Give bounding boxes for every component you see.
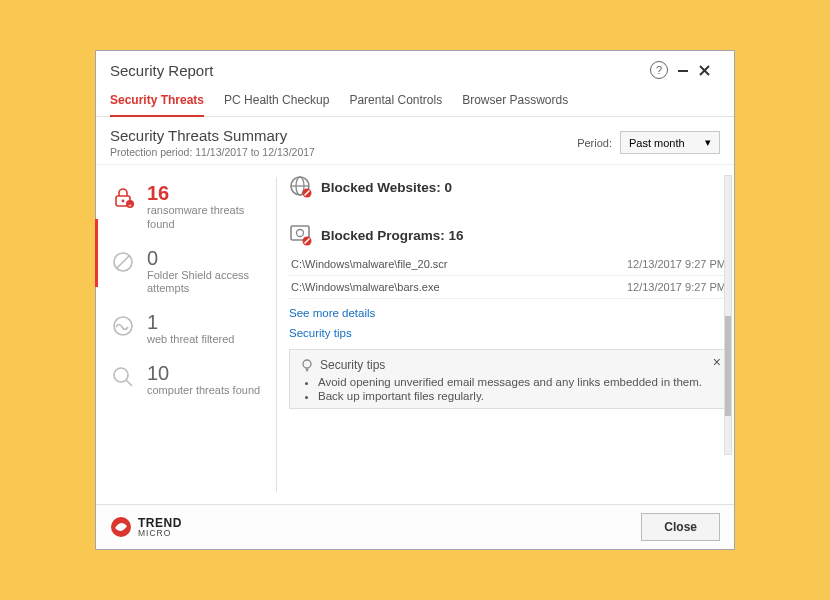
close-window-button[interactable] (698, 64, 720, 77)
tips-title-text: Security tips (320, 358, 385, 372)
footer: TREND MICRO Close (96, 504, 734, 549)
stat-folder-shield[interactable]: 0 Folder Shield access attempts (109, 240, 268, 305)
svg-line-8 (117, 256, 129, 268)
blocked-programs-header: Blocked Programs: 16 (289, 223, 728, 247)
security-tips-link[interactable]: Security tips (289, 327, 728, 339)
scrollbar[interactable] (724, 175, 732, 455)
svg-point-21 (303, 360, 311, 368)
computer-count: 10 (147, 363, 260, 383)
tab-bar: Security Threats PC Health Checkup Paren… (96, 87, 734, 117)
globe-blocked-icon (289, 175, 313, 199)
window-title: Security Report (110, 62, 650, 79)
tips-list: Avoid opening unverified email messages … (300, 376, 717, 402)
content-body: + 16 ransomware threats found 0 Folder S… (96, 165, 734, 504)
tab-parental-controls[interactable]: Parental Controls (349, 87, 442, 116)
stat-web-threat[interactable]: 1 web threat filtered (109, 304, 268, 355)
tips-close-button[interactable]: × (713, 354, 721, 370)
security-report-window: Security Report ? Security Threats PC He… (95, 50, 735, 550)
program-row: C:\Windows\malware\bars.exe 12/13/2017 9… (289, 276, 728, 299)
program-date: 12/13/2017 9:27 PM (627, 258, 726, 270)
tip-item: Back up important files regularly. (318, 390, 717, 402)
program-path: C:\Windows\malware\bars.exe (291, 281, 627, 293)
svg-point-18 (297, 230, 304, 237)
blocked-programs-title: Blocked Programs: 16 (321, 228, 464, 243)
ransomware-count: 16 (147, 183, 268, 203)
wave-circle-icon (109, 312, 137, 340)
lightbulb-icon (300, 358, 314, 372)
minimize-button[interactable] (676, 63, 698, 77)
blocked-websites-title: Blocked Websites: 0 (321, 180, 452, 195)
security-tips-panel: × Security tips Avoid opening unverified… (289, 349, 728, 409)
tab-pc-health[interactable]: PC Health Checkup (224, 87, 329, 116)
tips-title: Security tips (300, 358, 717, 372)
period-dropdown[interactable]: Past month ▾ (620, 131, 720, 154)
program-date: 12/13/2017 9:27 PM (627, 281, 726, 293)
program-row: C:\Windows\malware\file_20.scr 12/13/201… (289, 253, 728, 276)
lock-alert-icon: + (109, 183, 137, 211)
computer-label: computer threats found (147, 384, 260, 398)
titlebar: Security Report ? (96, 51, 734, 87)
summary-title: Security Threats Summary (110, 127, 577, 144)
svg-point-4 (122, 200, 125, 203)
period-value: Past month (629, 137, 685, 149)
blocked-circle-icon (109, 248, 137, 276)
app-blocked-icon (289, 223, 313, 247)
brand-logo: TREND MICRO (110, 516, 641, 538)
help-icon[interactable]: ? (650, 61, 668, 79)
scrollbar-thumb[interactable] (725, 316, 731, 416)
tab-security-threats[interactable]: Security Threats (110, 87, 204, 117)
web-label: web threat filtered (147, 333, 234, 347)
chevron-down-icon: ▾ (705, 136, 711, 149)
see-more-details-link[interactable]: See more details (289, 307, 728, 319)
blocked-websites-header: Blocked Websites: 0 (289, 175, 728, 199)
tab-browser-passwords[interactable]: Browser Passwords (462, 87, 568, 116)
ransomware-label: ransomware threats found (147, 204, 268, 232)
tip-item: Avoid opening unverified email messages … (318, 376, 717, 388)
active-indicator-bar (95, 219, 98, 287)
close-button[interactable]: Close (641, 513, 720, 541)
period-label: Period: (577, 137, 612, 149)
stat-ransomware[interactable]: + 16 ransomware threats found (109, 175, 268, 240)
program-path: C:\Windows\malware\file_20.scr (291, 258, 627, 270)
protection-period: Protection period: 11/13/2017 to 12/13/2… (110, 146, 577, 158)
magnifier-icon (109, 363, 137, 391)
brand-line2: MICRO (138, 530, 182, 538)
stat-computer-threats[interactable]: 10 computer threats found (109, 355, 268, 406)
details-panel: Blocked Websites: 0 Blocked Programs: 16… (277, 165, 734, 504)
stats-sidebar: + 16 ransomware threats found 0 Folder S… (96, 165, 276, 504)
svg-line-11 (126, 380, 132, 386)
folder-count: 0 (147, 248, 268, 268)
trend-logo-icon (110, 516, 132, 538)
svg-point-10 (114, 368, 128, 382)
folder-label: Folder Shield access attempts (147, 269, 268, 297)
svg-text:+: + (128, 202, 132, 208)
web-count: 1 (147, 312, 234, 332)
summary-header: Security Threats Summary Protection peri… (96, 117, 734, 165)
